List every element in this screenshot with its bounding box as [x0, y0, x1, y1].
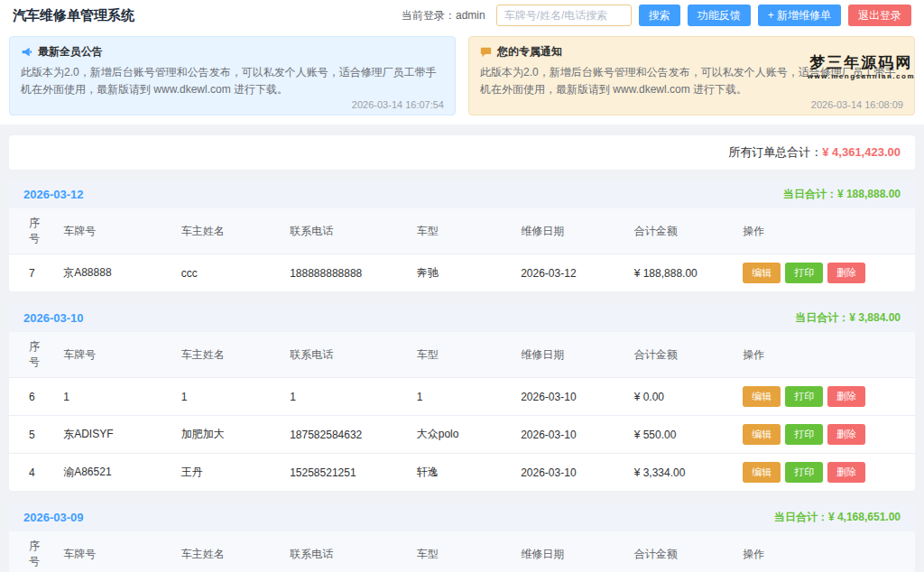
orders-table: 序号车牌号车主姓名联系电话车型维修日期合计金额操作 611112026-03-1…: [9, 332, 915, 491]
print-button[interactable]: 打印: [785, 462, 823, 483]
edit-button[interactable]: 编辑: [743, 386, 781, 407]
cell-owner: 加肥加大: [172, 416, 281, 454]
column-header: 序号: [9, 208, 54, 254]
column-header: 维修日期: [512, 208, 625, 254]
column-header: 车型: [408, 332, 512, 378]
cell-plate: 东ADISYF: [54, 416, 172, 454]
table-row: 7京A88888ccc188888888888奔驰2026-03-12¥ 188…: [9, 254, 915, 292]
cell-index: 4: [9, 454, 54, 492]
group-date: 2026-03-09: [23, 511, 84, 524]
edit-button[interactable]: 编辑: [743, 462, 781, 483]
watermark-top: 梦三年源码网 www.mengsannian.com: [808, 54, 915, 80]
page: 汽车维修单管理系统 当前登录：admin 搜索 功能反馈 + 新增维修单 退出登…: [0, 0, 924, 572]
cell-phone: 15258521251: [281, 454, 408, 492]
cell-amount: ¥ 3,334.00: [625, 454, 734, 492]
column-header: 合计金额: [625, 531, 734, 572]
print-button[interactable]: 打印: [785, 386, 823, 407]
announcement-body: 此版本为2.0，新增后台账号管理和公告发布，可以私发个人账号，适合修理厂员工带手…: [21, 64, 444, 97]
cell-date: 2026-03-10: [512, 378, 625, 416]
add-repair-order-button[interactable]: + 新增维修单: [758, 5, 841, 26]
cell-plate: 渝A86521: [54, 454, 172, 492]
announcement-title: 最新全员公告: [38, 44, 103, 60]
column-header: 联系电话: [281, 208, 408, 254]
date-group: 2026-03-12 当日合计：¥ 188,888.00 序号车牌号车主姓名联系…: [9, 180, 915, 291]
watermark-url: www.mengsannian.com: [808, 72, 915, 80]
group-date: 2026-03-10: [23, 311, 84, 325]
search-button[interactable]: 搜索: [639, 5, 680, 26]
delete-button[interactable]: 删除: [827, 462, 865, 483]
column-header: 操作: [734, 208, 915, 254]
cell-index: 5: [9, 416, 54, 454]
row-actions: 编辑打印删除: [734, 378, 915, 416]
column-header: 车牌号: [54, 531, 172, 572]
column-header: 维修日期: [512, 332, 625, 378]
row-actions: 编辑打印删除: [734, 416, 915, 454]
cell-owner: ccc: [172, 254, 281, 292]
cell-index: 6: [9, 378, 54, 416]
cell-plate: 京A88888: [54, 254, 172, 292]
orders-table: 序号车牌号车主姓名联系电话车型维修日期合计金额操作 7京A88888ccc188…: [9, 208, 915, 291]
edit-button[interactable]: 编辑: [743, 424, 781, 445]
print-button[interactable]: 打印: [785, 424, 823, 445]
personal-notice-time: 2026-03-14 16:08:09: [480, 99, 903, 110]
column-header: 车型: [408, 531, 512, 572]
cell-model: 1: [408, 378, 512, 416]
top-section: 汽车维修单管理系统 当前登录：admin 搜索 功能反馈 + 新增维修单 退出登…: [0, 0, 924, 125]
cell-phone: 187582584632: [281, 416, 408, 454]
delete-button[interactable]: 删除: [827, 386, 865, 407]
column-header: 车主姓名: [172, 332, 281, 378]
table-row: 5东ADISYF加肥加大187582584632大众polo2026-03-10…: [9, 416, 915, 454]
column-header: 车牌号: [54, 208, 172, 254]
cell-date: 2026-03-10: [512, 416, 625, 454]
cell-amount: ¥ 188,888.00: [625, 254, 734, 292]
delete-button[interactable]: 删除: [827, 424, 865, 445]
column-header: 合计金额: [625, 208, 734, 254]
table-header-row: 序号车牌号车主姓名联系电话车型维修日期合计金额操作: [9, 208, 915, 254]
topbar: 汽车维修单管理系统 当前登录：admin 搜索 功能反馈 + 新增维修单 退出登…: [0, 0, 924, 31]
cell-amount: ¥ 0.00: [625, 378, 734, 416]
orders-total-bar: 所有订单总合计：¥ 4,361,423.00: [9, 135, 915, 170]
column-header: 车主姓名: [172, 208, 281, 254]
cell-owner: 1: [172, 378, 281, 416]
group-day-subtotal: 当日合计：¥ 188,888.00: [783, 187, 901, 202]
column-header: 车牌号: [54, 332, 172, 378]
date-group: 2026-03-10 当日合计：¥ 3,884.00 序号车牌号车主姓名联系电话…: [9, 304, 915, 491]
announcement-title-row: 最新全员公告: [21, 44, 444, 60]
delete-button[interactable]: 删除: [827, 263, 865, 283]
watermark-title: 梦三年源码网: [808, 54, 915, 72]
search-input[interactable]: [496, 5, 632, 26]
column-header: 联系电话: [281, 531, 408, 572]
column-header: 序号: [9, 531, 54, 572]
megaphone-icon: [21, 46, 32, 58]
login-info: 当前登录：admin: [402, 8, 485, 23]
table-row: 611112026-03-10¥ 0.00编辑打印删除: [9, 378, 915, 416]
logout-button[interactable]: 退出登录: [848, 5, 911, 26]
table-row: 4渝A86521王丹15258521251轩逸2026-03-10¥ 3,334…: [9, 454, 915, 492]
row-actions: 编辑打印删除: [734, 254, 915, 292]
group-day-subtotal: 当日合计：¥ 3,884.00: [795, 310, 901, 326]
app-title: 汽车维修单管理系统: [13, 7, 134, 24]
column-header: 合计金额: [625, 332, 734, 378]
orders-total-amount: ¥ 4,361,423.00: [822, 145, 901, 159]
orders-total-label: 所有订单总合计：: [728, 145, 822, 159]
date-group: 2026-03-09 当日合计：¥ 4,168,651.00 序号车牌号车主姓名…: [9, 503, 915, 572]
table-header-row: 序号车牌号车主姓名联系电话车型维修日期合计金额操作: [9, 531, 915, 572]
feedback-button[interactable]: 功能反馈: [688, 5, 751, 26]
edit-button[interactable]: 编辑: [743, 263, 781, 283]
date-group-header: 2026-03-09 当日合计：¥ 4,168,651.00: [9, 503, 915, 531]
personal-notice-title: 您的专属通知: [497, 44, 562, 60]
column-header: 操作: [734, 531, 915, 572]
order-groups: 2026-03-12 当日合计：¥ 188,888.00 序号车牌号车主姓名联系…: [0, 180, 924, 572]
column-header: 维修日期: [512, 531, 625, 572]
date-group-header: 2026-03-10 当日合计：¥ 3,884.00: [9, 304, 915, 332]
topbar-actions: 当前登录：admin 搜索 功能反馈 + 新增维修单 退出登录: [402, 5, 911, 26]
cell-plate: 1: [54, 378, 172, 416]
column-header: 车型: [408, 208, 512, 254]
cell-index: 7: [9, 254, 54, 292]
column-header: 车主姓名: [172, 531, 281, 572]
group-date: 2026-03-12: [23, 188, 84, 201]
print-button[interactable]: 打印: [785, 263, 823, 283]
table-header-row: 序号车牌号车主姓名联系电话车型维修日期合计金额操作: [9, 332, 915, 378]
cell-model: 奔驰: [408, 254, 512, 292]
group-day-subtotal: 当日合计：¥ 4,168,651.00: [774, 510, 901, 525]
